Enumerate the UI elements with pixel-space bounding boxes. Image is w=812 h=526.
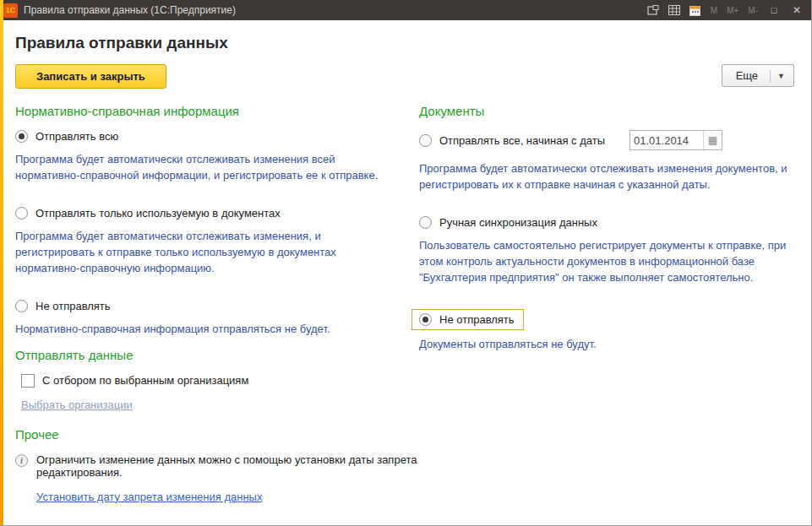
titlebar: 1С Правила отправки данных (1С:Предприят…	[0, 0, 811, 20]
more-button[interactable]: Еще ▼	[722, 64, 794, 87]
docs-hint-no-send: Документы отправляться не будут.	[419, 337, 793, 353]
other-heading: Прочее	[15, 427, 419, 442]
window-title: Правила отправки данных (1С:Предприятие)	[24, 4, 236, 16]
app-window: 1С Правила отправки данных (1С:Предприят…	[0, 0, 812, 526]
nsi-hint-send-used: Программа будет автоматически отслеживат…	[15, 229, 380, 277]
chevron-down-icon: ▼	[777, 72, 785, 80]
new-window-icon[interactable]	[646, 4, 660, 17]
checkbox-filter-by-orgs[interactable]: С отбором по выбранным организациям	[21, 374, 419, 388]
choose-organizations-link[interactable]: Выбрать организации	[21, 399, 133, 411]
radio-label: Не отправлять	[35, 300, 111, 312]
radio-icon	[419, 134, 432, 147]
radio-nsi-send-used[interactable]: Отправлять только используемую в докумен…	[15, 207, 419, 220]
calendar-icon[interactable]	[689, 4, 702, 17]
focused-option-outline: Не отправлять	[411, 309, 524, 330]
docs-hint-manual-sync: Пользователь самостоятельно регистрирует…	[419, 238, 793, 286]
radio-docs-manual-sync[interactable]: Ручная синхронизация данных	[419, 216, 794, 229]
radio-nsi-no-send[interactable]: Не отправлять	[15, 300, 419, 312]
section-send-data: Отправлять данные С отбором по выбранным…	[15, 348, 419, 412]
page-title: Правила отправки данных	[15, 34, 794, 52]
nsi-hint-send-all: Программа будет автоматически отслеживат…	[15, 152, 380, 184]
memory-m-button[interactable]: М	[710, 6, 718, 15]
table-icon[interactable]	[668, 4, 681, 17]
send-data-heading: Отправлять данные	[15, 348, 419, 362]
radio-label: Отправлять все, начиная с даты	[439, 134, 605, 147]
window-accent-stripe	[0, 0, 3, 525]
section-other: Прочее i Ограничить изменение данных мож…	[15, 427, 419, 504]
memory-mminus-button[interactable]: М-	[747, 6, 759, 15]
calendar-icon: ▦	[708, 134, 717, 146]
nsi-heading: Нормативно-справочная информация	[15, 104, 419, 118]
docs-hint-send-from-date: Программа будет автоматически отслеживат…	[419, 161, 793, 193]
radio-label: Отправлять всю	[35, 130, 118, 143]
radio-icon	[15, 207, 28, 220]
maximize-button[interactable]: □	[766, 5, 782, 15]
info-icon: i	[15, 454, 28, 467]
radio-nsi-send-all[interactable]: Отправлять всю	[15, 130, 419, 143]
radio-label: Отправлять только используемую в докумен…	[35, 207, 281, 220]
1c-logo-icon: 1С	[3, 3, 18, 18]
memory-mplus-button[interactable]: М+	[726, 6, 739, 15]
start-date-field-group: ▦	[629, 130, 722, 150]
section-nsi: Нормативно-справочная информация Отправл…	[15, 104, 419, 338]
radio-icon	[15, 130, 28, 143]
calendar-picker-button[interactable]: ▦	[703, 131, 722, 149]
other-info-text: Ограничить изменение данных можно с помо…	[36, 453, 419, 479]
save-and-close-button[interactable]: Записать и закрыть	[15, 64, 166, 89]
more-button-separator	[770, 70, 771, 82]
radio-docs-send-from-date[interactable]: Отправлять все, начиная с даты ▦	[419, 130, 794, 150]
checkbox-icon	[21, 374, 35, 388]
radio-label: Ручная синхронизация данных	[439, 216, 597, 229]
radio-icon	[419, 313, 432, 326]
radio-label: Не отправлять	[439, 313, 515, 326]
toolbar: Записать и закрыть Еще ▼	[15, 64, 794, 89]
radio-icon	[15, 300, 28, 312]
radio-docs-no-send[interactable]: Не отправлять	[419, 313, 515, 326]
close-button[interactable]: ✕	[789, 4, 804, 16]
checkbox-label: С отбором по выбранным организациям	[42, 374, 248, 387]
nsi-hint-no-send: Нормативно-справочная информация отправл…	[15, 322, 380, 338]
more-button-label: Еще	[736, 69, 758, 82]
set-restriction-date-link[interactable]: Установить дату запрета изменения данных	[36, 491, 262, 503]
documents-heading: Документы	[419, 104, 794, 118]
start-date-input[interactable]	[630, 131, 703, 149]
radio-icon	[419, 216, 432, 229]
section-documents: Документы Отправлять все, начиная с даты…	[419, 104, 794, 353]
